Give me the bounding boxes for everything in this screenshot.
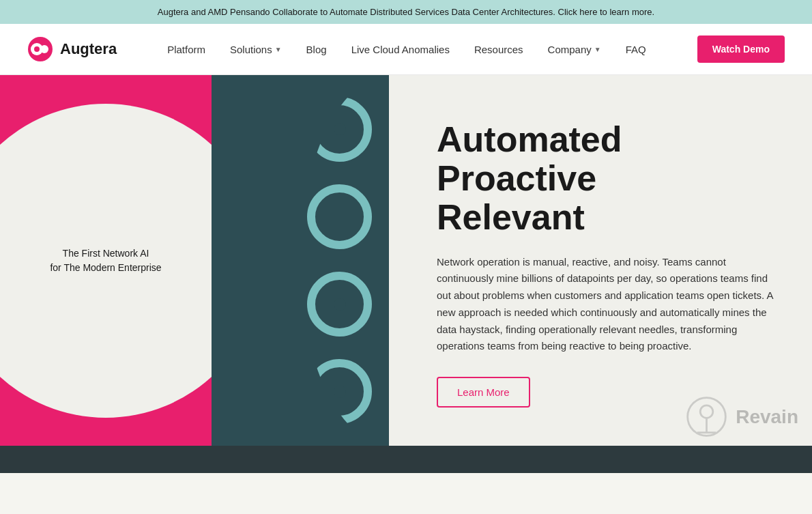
main-nav: Platform Solutions ▼ Blog Live Cloud Ano… [158,38,697,61]
logo-link[interactable]: Augtera [27,36,117,62]
revain-watermark: Revain [684,395,798,439]
circle-3 [229,184,293,249]
hero-section: The First Network AI for The Modern Ente… [0,75,812,446]
augtera-logo-icon [27,36,53,62]
circle-2 [307,97,372,162]
svg-point-5 [700,405,713,418]
nav-platform[interactable]: Platform [158,38,215,61]
site-header: Augtera Platform Solutions ▼ Blog Live C… [0,24,812,75]
watch-demo-button[interactable]: Watch Demo [697,35,785,63]
nav-resources[interactable]: Resources [465,38,533,61]
hero-left-text: The First Network AI for The Modern Ente… [44,246,167,275]
circle-4 [307,184,372,249]
logo-text: Augtera [60,40,117,58]
svg-point-3 [34,46,40,52]
hero-content: Automated Proactive Relevant Network ope… [389,75,812,446]
bottom-strip [0,446,812,473]
hero-middle-panel [212,75,389,446]
revain-label: Revain [736,406,798,428]
circle-6 [307,272,372,337]
solutions-arrow: ▼ [275,46,282,53]
hero-title: Automated Proactive Relevant [437,120,778,238]
company-arrow: ▼ [594,46,601,53]
circle-1 [229,97,293,162]
nav-solutions[interactable]: Solutions ▼ [220,38,291,61]
nav-blog[interactable]: Blog [297,38,336,61]
circle-8 [307,359,372,424]
announcement-banner[interactable]: Augtera and AMD Pensando Collaborate to … [0,0,812,24]
nav-live-cloud[interactable]: Live Cloud Anomalies [342,38,459,61]
circles-grid [212,75,389,446]
nav-company[interactable]: Company ▼ [538,38,611,61]
learn-more-button[interactable]: Learn More [437,377,530,408]
circle-5-yellow [229,272,293,337]
svg-point-2 [40,45,48,53]
hero-description: Network operation is manual, reactive, a… [437,254,778,356]
revain-icon [684,395,729,439]
circle-7 [229,359,293,424]
hero-left-panel: The First Network AI for The Modern Ente… [0,75,212,446]
circles-container [212,75,389,446]
banner-text: Augtera and AMD Pensando Collaborate to … [158,7,654,17]
nav-faq[interactable]: FAQ [616,38,656,61]
